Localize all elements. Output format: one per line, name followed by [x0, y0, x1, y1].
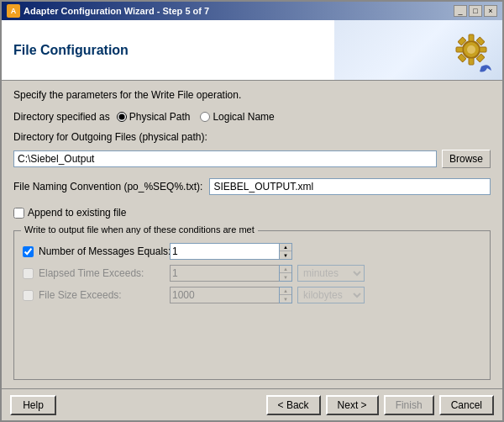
browse-button[interactable]: Browse: [442, 150, 491, 168]
elapsed-up-btn: ▲: [280, 266, 291, 273]
logical-name-option[interactable]: Logical Name: [200, 111, 274, 123]
title-bar-left: A Adapter Configuration Wizard - Step 5 …: [7, 4, 209, 18]
logical-name-radio[interactable]: [200, 112, 210, 122]
title-bar-controls: _ □ ×: [454, 5, 497, 17]
naming-convention-input[interactable]: [209, 178, 491, 195]
naming-convention-row: File Naming Convention (po_%SEQ%.txt):: [13, 178, 491, 195]
physical-path-option[interactable]: Physical Path: [117, 111, 191, 123]
filesize-unit-dropdown: kilobytes megabytes bytes: [297, 287, 365, 303]
naming-convention-label: File Naming Convention (po_%SEQ%.txt):: [13, 181, 202, 193]
finish-button[interactable]: Finish: [384, 395, 434, 415]
svg-rect-5: [480, 47, 486, 52]
directory-type-row: Directory specified as Physical Path Log…: [13, 111, 491, 123]
gear-icon: [448, 24, 494, 75]
condition-row-messages: Number of Messages Equals: ▲ ▼: [23, 243, 481, 260]
filesize-spinner-btns: ▲ ▼: [279, 287, 292, 303]
physical-path-radio[interactable]: [117, 112, 127, 122]
directory-path-label: Directory for Outgoing Files (physical p…: [13, 131, 207, 143]
physical-path-label: Physical Path: [129, 111, 191, 123]
app-icon: A: [7, 4, 20, 18]
window-title: Adapter Configuration Wizard - Step 5 of…: [24, 6, 209, 16]
filesize-checkbox[interactable]: [23, 290, 34, 301]
append-row: Append to existing file: [13, 207, 491, 219]
footer-right: < Back Next > Finish Cancel: [266, 395, 494, 415]
condition-row-elapsed: Elapsed Time Exceeds: ▲ ▼ minutes second…: [23, 265, 481, 282]
radio-group: Physical Path Logical Name: [117, 111, 275, 123]
elapsed-unit-dropdown: minutes seconds hours: [297, 265, 365, 282]
content-area: Specify the parameters for the Write Fil…: [2, 81, 502, 388]
directory-path-row: Browse: [13, 150, 491, 168]
filesize-spinner: ▲ ▼: [170, 287, 292, 303]
elapsed-input: [170, 265, 279, 282]
conditions-content: Number of Messages Equals: ▲ ▼ Elapsed T…: [23, 243, 481, 303]
conditions-legend: Write to output file when any of these c…: [21, 224, 258, 235]
svg-rect-3: [469, 58, 474, 65]
footer: Help < Back Next > Finish Cancel: [2, 388, 502, 420]
title-bar: A Adapter Configuration Wizard - Step 5 …: [2, 2, 502, 20]
help-button[interactable]: Help: [10, 395, 56, 415]
close-button[interactable]: ×: [484, 5, 497, 17]
filesize-down-btn: ▼: [280, 295, 291, 303]
conditions-box: Write to output file when any of these c…: [13, 230, 491, 380]
next-button[interactable]: Next >: [326, 395, 379, 415]
filesize-label: File Size Exceeds:: [39, 289, 165, 301]
svg-rect-2: [469, 34, 474, 41]
messages-input[interactable]: [170, 243, 279, 260]
elapsed-down-btn: ▼: [280, 273, 291, 281]
filesize-input: [170, 287, 279, 303]
svg-rect-4: [456, 47, 463, 52]
messages-label: Number of Messages Equals:: [39, 245, 165, 257]
append-label: Append to existing file: [28, 207, 126, 219]
maximize-button[interactable]: □: [469, 5, 482, 17]
messages-spinner-btns: ▲ ▼: [279, 243, 292, 260]
directory-type-label: Directory specified as: [13, 111, 110, 123]
header: File Configuration: [2, 20, 502, 81]
filesize-up-btn: ▲: [280, 287, 291, 295]
elapsed-label: Elapsed Time Exceeds:: [39, 267, 165, 279]
page-title: File Configuration: [13, 43, 129, 58]
elapsed-spinner: ▲ ▼: [170, 265, 292, 282]
logical-name-label: Logical Name: [213, 111, 274, 123]
minimize-button[interactable]: _: [454, 5, 467, 17]
back-button[interactable]: < Back: [266, 395, 321, 415]
elapsed-spinner-btns: ▲ ▼: [279, 265, 292, 282]
footer-left: Help: [10, 395, 56, 415]
append-checkbox[interactable]: [13, 208, 24, 219]
description-text: Specify the parameters for the Write Fil…: [13, 89, 491, 101]
messages-checkbox[interactable]: [23, 246, 34, 257]
messages-down-btn[interactable]: ▼: [280, 251, 291, 259]
messages-up-btn[interactable]: ▲: [280, 244, 291, 251]
directory-path-label-row: Directory for Outgoing Files (physical p…: [13, 131, 491, 143]
elapsed-checkbox[interactable]: [23, 268, 34, 279]
directory-path-input[interactable]: [13, 150, 437, 167]
main-window: A Adapter Configuration Wizard - Step 5 …: [0, 0, 504, 422]
svg-point-1: [467, 45, 475, 54]
messages-spinner: ▲ ▼: [170, 243, 292, 260]
condition-row-filesize: File Size Exceeds: ▲ ▼ kilobytes megabyt…: [23, 287, 481, 303]
cancel-button[interactable]: Cancel: [439, 395, 494, 415]
